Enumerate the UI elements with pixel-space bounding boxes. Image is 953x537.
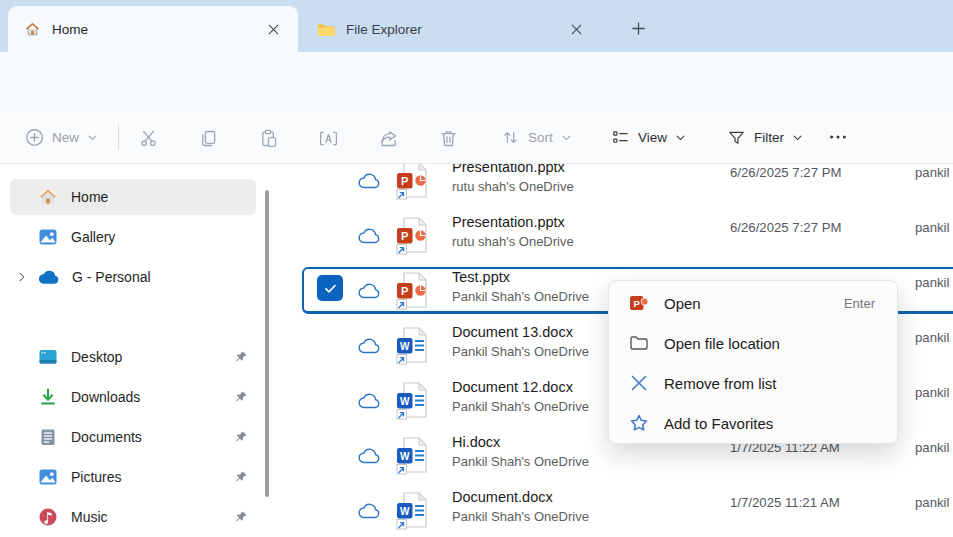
context-menu-item-open-file-location[interactable]: Open file location xyxy=(613,323,893,363)
context-menu-item-remove-from-list[interactable]: Remove from list xyxy=(613,363,893,403)
paste-button[interactable] xyxy=(257,127,279,149)
file-name: Presentation.pptx xyxy=(452,214,565,230)
file-location: Pankil Shah's OneDrive xyxy=(452,289,589,304)
close-icon[interactable] xyxy=(563,16,589,42)
sidebar-item-g-personal[interactable]: G - Personal xyxy=(10,259,256,295)
cloud-status-icon xyxy=(357,501,382,520)
sort-button-label: Sort xyxy=(528,130,553,145)
powerpoint-file-icon: P xyxy=(394,164,432,201)
new-tab-button[interactable] xyxy=(624,14,652,42)
filter-funnel-icon xyxy=(727,128,746,147)
sidebar-item-label: Gallery xyxy=(71,229,115,245)
command-toolbar: New Sort View Filter xyxy=(0,110,953,164)
file-location: Pankil Shah's OneDrive xyxy=(452,399,589,414)
gallery-icon xyxy=(38,227,58,247)
sidebar-item-label: Desktop xyxy=(71,349,122,365)
file-name: Hi.docx xyxy=(452,434,500,450)
context-menu-item-add-to-favorites[interactable]: Add to Favorites xyxy=(613,403,893,443)
close-icon[interactable] xyxy=(260,16,286,42)
checkbox-checked[interactable] xyxy=(317,275,343,301)
svg-text:P: P xyxy=(401,230,408,242)
tab-title: File Explorer xyxy=(346,22,552,37)
chevron-down-icon xyxy=(675,132,686,143)
cloud-status-icon xyxy=(357,171,382,190)
pin-icon[interactable] xyxy=(234,510,248,524)
remove-x-icon xyxy=(629,373,649,393)
file-owner: pankil xyxy=(915,330,949,345)
sidebar-scrollbar[interactable] xyxy=(265,190,269,497)
context-menu-item-open[interactable]: P Open Enter xyxy=(613,283,893,323)
sidebar-item-pictures[interactable]: Pictures xyxy=(10,459,256,495)
file-name: Document.docx xyxy=(452,489,553,505)
view-button-label: View xyxy=(638,130,667,145)
paste-icon xyxy=(258,128,279,149)
sort-icon xyxy=(501,128,520,147)
folder-icon xyxy=(317,22,335,37)
sidebar-item-documents[interactable]: Documents xyxy=(10,419,256,455)
svg-text:W: W xyxy=(400,506,410,517)
home-icon xyxy=(38,187,58,207)
svg-text:W: W xyxy=(400,451,410,462)
content-area: Home Gallery G - Personal Desktop xyxy=(0,164,953,537)
file-owner: pankil xyxy=(915,220,949,235)
rename-button[interactable] xyxy=(317,127,339,149)
chevron-expand-icon[interactable] xyxy=(16,271,28,283)
file-row-document[interactable]: W Document.docx Pankil Shah's OneDrive 1… xyxy=(290,483,953,537)
word-file-icon: W xyxy=(394,326,432,366)
new-button[interactable]: New xyxy=(16,118,107,156)
downloads-icon xyxy=(38,387,58,407)
cut-button[interactable] xyxy=(137,127,159,149)
context-menu-label: Open xyxy=(664,295,701,312)
file-date-modified: 6/26/2025 7:27 PM xyxy=(730,165,841,180)
pin-icon[interactable] xyxy=(234,390,248,404)
sidebar-item-music[interactable]: Music xyxy=(10,499,256,535)
tab-home[interactable]: Home xyxy=(8,6,298,52)
svg-text:P: P xyxy=(401,175,408,187)
sidebar-item-home[interactable]: Home xyxy=(10,179,256,215)
cloud-status-icon xyxy=(357,226,382,245)
file-row-presentation-2[interactable]: P Presentation.pptx rutu shah's OneDrive… xyxy=(290,208,953,263)
new-button-label: New xyxy=(52,130,79,145)
pin-icon[interactable] xyxy=(234,430,248,444)
file-location: Pankil Shah's OneDrive xyxy=(452,509,589,524)
shortcut-hint: Enter xyxy=(844,296,875,311)
music-icon xyxy=(38,507,58,527)
sidebar-item-label: Home xyxy=(71,189,108,205)
context-menu-label: Add to Favorites xyxy=(664,415,773,432)
pictures-icon xyxy=(38,467,58,487)
filter-button[interactable]: Filter xyxy=(718,118,812,156)
rename-icon xyxy=(318,128,339,149)
file-owner: pankil xyxy=(915,495,949,510)
share-button[interactable] xyxy=(377,127,399,149)
home-icon xyxy=(24,21,41,38)
folder-open-icon xyxy=(629,333,649,353)
powerpoint-file-icon: P xyxy=(394,216,432,256)
svg-text:P: P xyxy=(401,285,408,297)
documents-icon xyxy=(38,427,58,447)
cloud-status-icon xyxy=(357,281,382,300)
star-icon xyxy=(629,413,649,433)
delete-button[interactable] xyxy=(437,127,459,149)
sort-button[interactable]: Sort xyxy=(492,118,581,156)
file-date-modified: 1/7/2025 11:21 AM xyxy=(730,495,840,510)
sidebar-item-label: Music xyxy=(71,509,108,525)
context-menu-label: Open file location xyxy=(664,335,780,352)
copy-button[interactable] xyxy=(197,127,219,149)
desktop-icon xyxy=(38,347,58,367)
file-row-presentation-1[interactable]: P Presentation.pptx rutu shah's OneDrive… xyxy=(290,164,953,208)
tab-file-explorer[interactable]: File Explorer xyxy=(301,6,601,52)
pin-icon[interactable] xyxy=(234,470,248,484)
pin-icon[interactable] xyxy=(234,350,248,364)
chevron-down-icon xyxy=(561,132,572,143)
view-list-icon xyxy=(611,128,630,147)
more-options-button[interactable] xyxy=(827,126,849,148)
sidebar-item-downloads[interactable]: Downloads xyxy=(10,379,256,415)
scissors-icon xyxy=(138,128,159,149)
file-location: rutu shah's OneDrive xyxy=(452,179,574,194)
view-button[interactable]: View xyxy=(602,118,695,156)
sidebar-item-gallery[interactable]: Gallery xyxy=(10,219,256,255)
onedrive-cloud-icon xyxy=(38,270,59,285)
tab-title: Home xyxy=(52,22,249,37)
sidebar-item-desktop[interactable]: Desktop xyxy=(10,339,256,375)
context-menu-label: Remove from list xyxy=(664,375,777,392)
